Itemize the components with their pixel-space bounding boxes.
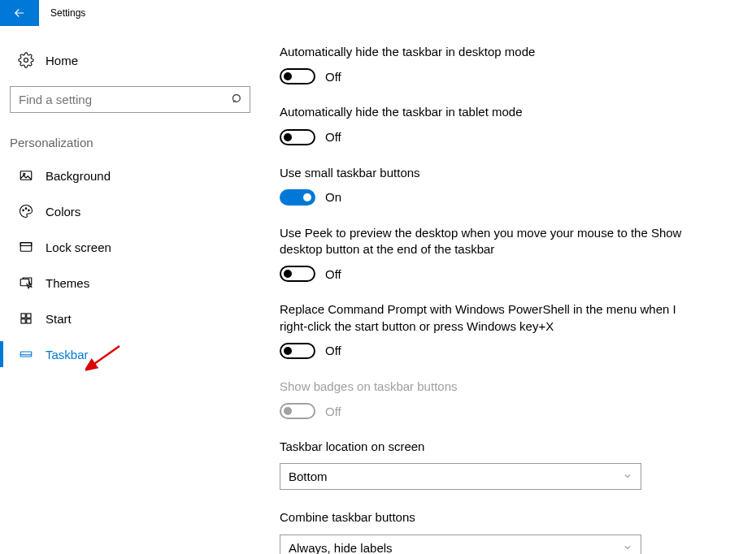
svg-point-5 (23, 210, 24, 211)
sidebar-item-label: Taskbar (34, 348, 89, 361)
setting-peek: Use Peek to preview the desktop when you… (280, 225, 683, 283)
setting-small-buttons: Use small taskbar buttons On (280, 165, 683, 206)
home-link[interactable]: Home (0, 45, 260, 75)
toggle-badges (280, 403, 315, 419)
home-label: Home (34, 54, 78, 67)
setting-badges: Show badges on taskbar buttons Off (280, 379, 683, 419)
content-panel: Automatically hide the taskbar in deskto… (260, 26, 715, 554)
sidebar-item-label: Themes (34, 276, 89, 290)
sidebar-item-taskbar[interactable]: Taskbar (0, 336, 260, 372)
dropdown-combine[interactable]: Always, hide labels (280, 535, 641, 555)
sidebar-item-background[interactable]: Background (0, 158, 260, 193)
toggle-state: Off (325, 344, 341, 357)
svg-point-7 (28, 210, 30, 211)
dropdown-location[interactable]: Bottom (280, 463, 641, 490)
taskbar-icon (18, 347, 34, 361)
picture-icon (18, 168, 34, 183)
palette-icon (18, 204, 34, 219)
setting-label: Show badges on taskbar buttons (280, 379, 683, 395)
setting-auto-hide-tablet: Automatically hide the taskbar in tablet… (280, 104, 683, 145)
svg-point-1 (233, 94, 241, 102)
setting-label: Taskbar location on screen (280, 439, 683, 455)
sidebar-item-themes[interactable]: Themes (0, 265, 260, 301)
sidebar-item-label: Lock screen (34, 240, 111, 254)
setting-label: Automatically hide the taskbar in tablet… (280, 104, 683, 120)
svg-rect-11 (21, 314, 25, 318)
setting-location: Taskbar location on screen Bottom (280, 439, 683, 490)
gear-icon (18, 52, 34, 68)
toggle-state: On (325, 190, 341, 204)
sidebar-item-label: Start (34, 312, 72, 326)
toggle-powershell[interactable] (280, 343, 315, 359)
toggle-state: Off (325, 130, 341, 144)
toggle-small-buttons[interactable] (280, 189, 315, 206)
window-title: Settings (39, 7, 85, 19)
chevron-down-icon (623, 541, 632, 555)
search-input[interactable] (19, 93, 231, 106)
toggle-state: Off (325, 70, 341, 84)
setting-label: Combine taskbar buttons (280, 509, 683, 526)
setting-auto-hide-desktop: Automatically hide the taskbar in deskto… (280, 44, 683, 84)
arrow-left-icon (12, 6, 27, 20)
svg-rect-10 (20, 279, 29, 286)
svg-rect-14 (27, 319, 31, 323)
sidebar-item-colors[interactable]: Colors (0, 193, 260, 229)
sidebar-item-start[interactable]: Start (0, 301, 260, 336)
svg-point-6 (25, 208, 27, 210)
sidebar-item-label: Colors (34, 205, 80, 219)
sidebar-item-lockscreen[interactable]: Lock screen (0, 229, 260, 265)
search-icon (231, 93, 243, 107)
toggle-peek[interactable] (280, 266, 315, 282)
section-label: Personalization (0, 113, 260, 158)
toggle-state: Off (325, 267, 341, 281)
lockscreen-icon (18, 240, 34, 254)
chevron-down-icon (623, 470, 632, 483)
svg-rect-12 (27, 314, 31, 318)
sidebar-item-label: Background (34, 169, 111, 183)
toggle-auto-hide-desktop[interactable] (280, 68, 315, 84)
setting-powershell: Replace Command Prompt with Windows Powe… (280, 301, 683, 359)
svg-rect-8 (20, 243, 32, 252)
setting-label: Replace Command Prompt with Windows Powe… (280, 301, 683, 335)
setting-label: Use Peek to preview the desktop when you… (280, 225, 683, 258)
svg-rect-15 (20, 352, 32, 357)
toggle-state: Off (325, 405, 341, 418)
setting-label: Use small taskbar buttons (280, 165, 683, 181)
toggle-auto-hide-tablet[interactable] (280, 129, 315, 145)
svg-point-0 (24, 58, 28, 63)
dropdown-value: Always, hide labels (289, 541, 393, 555)
themes-icon (18, 275, 34, 290)
back-button[interactable] (0, 0, 39, 26)
setting-combine: Combine taskbar buttons Always, hide lab… (280, 509, 683, 554)
sidebar: Home Personalization Background Colors L… (0, 26, 260, 554)
titlebar: Settings (0, 0, 756, 26)
search-box[interactable] (10, 86, 250, 113)
svg-rect-13 (21, 319, 25, 323)
svg-rect-9 (20, 243, 32, 246)
start-icon (18, 311, 34, 326)
setting-label: Automatically hide the taskbar in deskto… (280, 44, 683, 60)
dropdown-value: Bottom (289, 470, 328, 483)
